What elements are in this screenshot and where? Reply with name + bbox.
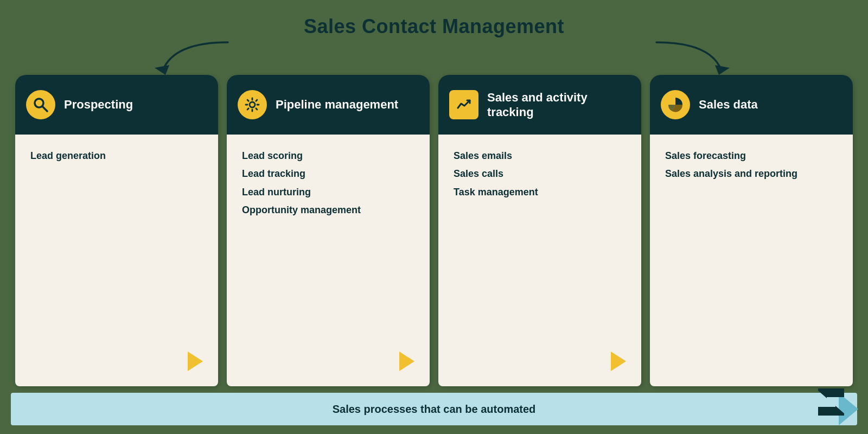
bottom-banner: Sales processes that can be automated bbox=[11, 393, 857, 425]
svg-marker-1 bbox=[715, 65, 730, 75]
list-item: Sales analysis and reporting bbox=[665, 168, 840, 180]
list-item: Lead tracking bbox=[242, 168, 417, 180]
card-body-sales-activity: Sales emails Sales calls Task management bbox=[438, 135, 641, 386]
card-header-sales-activity: Sales and activity tracking bbox=[438, 75, 641, 135]
list-item: Sales emails bbox=[454, 150, 628, 162]
card-sales-activity: Sales and activity tracking Sales emails… bbox=[438, 75, 641, 386]
card-pipeline: Pipeline management Lead scoring Lead tr… bbox=[227, 75, 430, 386]
card-items-pipeline: Lead scoring Lead tracking Lead nurturin… bbox=[242, 150, 417, 217]
card-sales-data: Sales data Sales forecasting Sales analy… bbox=[650, 75, 853, 386]
search-icon bbox=[26, 90, 55, 119]
card-title-prospecting: Prospecting bbox=[64, 97, 133, 112]
list-item: Lead nurturing bbox=[242, 186, 417, 199]
main-container: Sales Contact Management bbox=[0, 0, 868, 434]
zendesk-logo bbox=[814, 386, 848, 421]
card-items-prospecting: Lead generation bbox=[30, 150, 205, 162]
card-title-pipeline: Pipeline management bbox=[276, 97, 398, 112]
card-items-sales-data: Sales forecasting Sales analysis and rep… bbox=[665, 150, 840, 181]
list-item: Lead scoring bbox=[242, 150, 417, 162]
card-body-pipeline: Lead scoring Lead tracking Lead nurturin… bbox=[227, 135, 430, 386]
title-arrows bbox=[0, 38, 868, 75]
right-arrow-icon bbox=[635, 38, 754, 75]
list-item: Task management bbox=[454, 186, 628, 199]
card-header-pipeline: Pipeline management bbox=[227, 75, 430, 135]
card-title-sales-activity: Sales and activity tracking bbox=[487, 90, 628, 120]
gear-icon bbox=[238, 90, 267, 119]
banner-text: Sales processes that can be automated bbox=[333, 403, 536, 416]
list-item: Opportunity management bbox=[242, 204, 417, 216]
list-item: Sales forecasting bbox=[665, 150, 840, 162]
left-arrow-icon bbox=[130, 38, 250, 75]
next-arrow-icon bbox=[188, 352, 203, 371]
svg-marker-0 bbox=[155, 65, 169, 75]
card-prospecting: Prospecting Lead generation bbox=[15, 75, 218, 386]
chart-icon bbox=[449, 90, 478, 119]
title-section: Sales Contact Management bbox=[0, 0, 868, 75]
svg-point-4 bbox=[250, 102, 255, 107]
card-title-sales-data: Sales data bbox=[699, 97, 758, 112]
card-body-sales-data: Sales forecasting Sales analysis and rep… bbox=[650, 135, 853, 386]
next-arrow-icon bbox=[399, 352, 414, 371]
page-title: Sales Contact Management bbox=[304, 15, 564, 38]
cards-section: Prospecting Lead generation Pipeline man… bbox=[0, 75, 868, 386]
card-items-sales-activity: Sales emails Sales calls Task management bbox=[454, 150, 628, 199]
pie-chart-icon bbox=[661, 90, 690, 119]
card-body-prospecting: Lead generation bbox=[15, 135, 218, 386]
card-header-prospecting: Prospecting bbox=[15, 75, 218, 135]
card-header-sales-data: Sales data bbox=[650, 75, 853, 135]
list-item: Sales calls bbox=[454, 168, 628, 180]
next-arrow-icon bbox=[611, 352, 626, 371]
svg-line-3 bbox=[42, 106, 47, 111]
list-item: Lead generation bbox=[30, 150, 205, 162]
